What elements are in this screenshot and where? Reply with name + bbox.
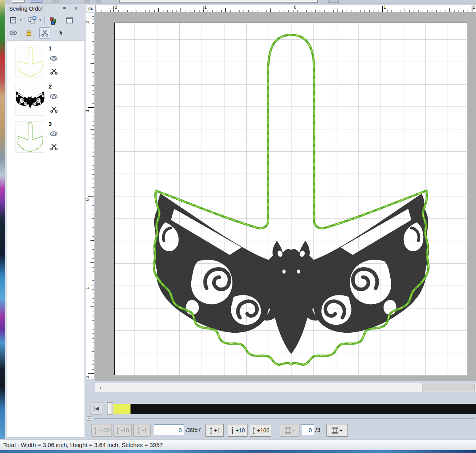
top-toolbar-sliver [5,0,476,4]
toolbar-fragment [119,0,318,3]
canvas-viewport[interactable] [95,12,476,381]
eye-icon[interactable] [50,56,58,61]
needle-icon [252,427,256,434]
toolbar-separator [53,29,53,37]
current-stitch-input[interactable] [154,424,184,436]
needle-icon [116,427,120,434]
total-stitches-label: /3957 [186,426,201,433]
stitch-forward-1-button[interactable]: +1 [205,424,224,437]
scissors-icon[interactable] [50,143,58,150]
stitch-forward-100-button[interactable]: +100 [250,424,271,437]
color-squares-icon [48,15,58,25]
sewing-item-2[interactable]: 2 [7,82,84,120]
progress-slider-handle[interactable] [107,402,113,415]
chevron-down-icon[interactable]: ▾ [20,18,22,22]
toolbar-separator [21,29,21,37]
toolbar-fragment [52,0,60,3]
needle-icon [137,427,141,434]
desktop-background-sliver [0,0,5,439]
needle-icon [93,427,97,434]
stitch-forward-10-button[interactable]: +10 [228,424,248,437]
trim-button[interactable] [39,27,50,39]
horizontal-scrollbar[interactable]: ‹ [95,383,476,392]
lock-icon [26,30,32,36]
needle-icon [209,427,213,434]
scissors-icon [41,29,49,37]
fit-view-button[interactable] [8,15,19,26]
sewing-order-list: 1 2 3 [7,40,85,438]
current-color-input[interactable] [301,424,314,436]
color-order-button[interactable] [47,15,58,26]
ruler-label: 0 [294,5,296,10]
toolbar-separator [61,16,61,25]
vertical-ruler: 2 1 0 1 2 [86,13,94,379]
toolbar-separator [44,16,45,25]
stitch-progress-bar[interactable] [113,404,476,414]
item-number: 3 [48,120,52,127]
collapse-icon[interactable]: − [87,416,91,421]
ruler-label: 1 [204,5,207,10]
duplicate-button[interactable] [27,15,38,26]
eye-icon[interactable] [50,131,58,136]
stitch-back-1-button[interactable]: -1 [133,424,151,437]
chevron-down-icon[interactable]: ▾ [39,18,41,22]
toolbar-fragment [30,0,42,3]
thumbnail-outline-1[interactable] [15,46,45,77]
thumbnail-bat-2[interactable] [15,84,45,116]
ruler-label: 2 [85,21,90,23]
scroll-left-arrow[interactable]: ‹ [96,384,105,391]
sewing-item-3[interactable]: 3 [7,120,84,158]
ruler-label: 2 [115,5,117,10]
ruler-label: 0 [85,199,90,201]
panel-title-bar[interactable]: Sewing Order × [5,4,86,13]
lock-button[interactable] [23,27,35,39]
horizontal-ruler: 2 1 0 1 2 [96,5,476,12]
sewing-order-panel: Sewing Order × ▾ ▾ [5,4,86,439]
stitch-back-100-button[interactable]: -100 [91,424,112,437]
toolbar-separator [25,16,25,25]
scissors-icon[interactable] [50,105,58,113]
rewind-triangle-icon: ◀ [95,405,99,411]
toolbar-separator [37,29,37,37]
divider [94,418,475,419]
sewing-item-1[interactable]: 1 [7,44,84,82]
panel-toolbar-row2 [7,27,84,39]
stitch-back-10-button[interactable]: -10 [113,424,132,437]
pin-icon[interactable] [62,6,67,11]
embroidery-design[interactable] [115,23,468,376]
item-number: 1 [48,45,52,52]
rewind-button[interactable]: ◀ [90,403,102,414]
rewind-bar-icon [94,406,94,411]
spool-icon [285,427,291,434]
select-button[interactable] [56,27,67,39]
toolbar-fragment [328,0,339,3]
eye-icon [10,31,17,35]
progress-segment-color1 [113,404,131,414]
ruler-label: 1 [85,110,90,112]
color-back-button[interactable]: - [280,424,299,437]
design-area[interactable] [114,23,467,375]
duplicate-icon [27,16,37,25]
visibility-button[interactable] [8,27,19,39]
panel-toolbar-row1: ▾ ▾ [7,14,84,27]
thumbnail-outline-3[interactable] [15,121,45,153]
total-colors-label: /3 [315,426,321,433]
ruler-label: 1 [384,5,386,10]
hoop-icon [66,17,73,23]
ruler-label: 2 [473,5,475,10]
window-bottom-edge [0,450,476,453]
scrollbar-thumb[interactable] [422,384,475,391]
status-bar: Total : Width = 3.06 inch, Height = 3.64… [0,439,476,450]
color-forward-button[interactable]: + [326,424,348,437]
cursor-icon [58,29,65,37]
fit-view-icon [10,17,16,23]
toolbar-fragment [12,0,25,3]
toolbar-fragment [84,0,90,3]
eye-icon[interactable] [50,94,58,99]
scissors-icon[interactable] [50,67,58,75]
bat-design [154,194,429,354]
close-icon[interactable]: × [73,5,80,12]
needle-icon [230,427,234,434]
hoop-button[interactable] [64,15,75,26]
ruler-label: 2 [85,376,90,378]
